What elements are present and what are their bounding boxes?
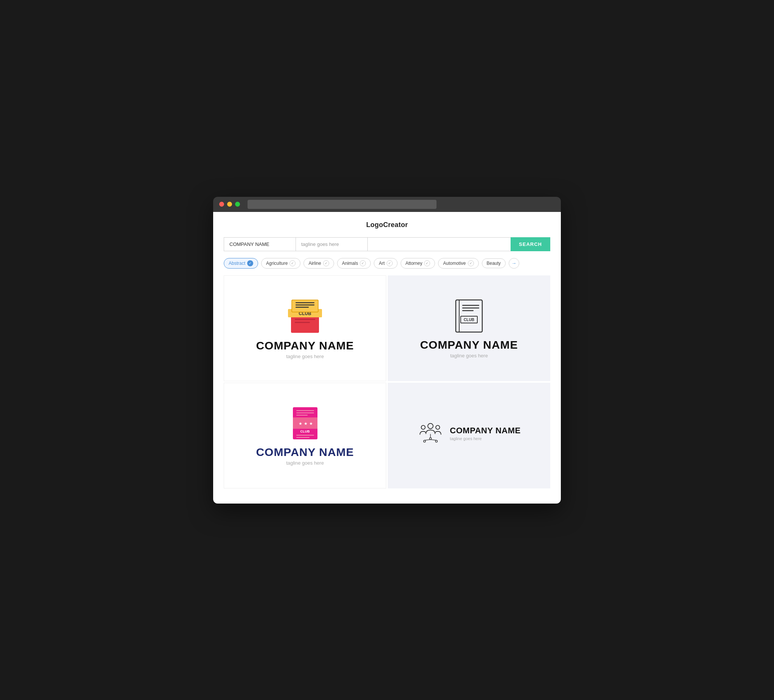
agriculture-check-icon: ✓: [289, 260, 296, 266]
browser-titlebar: [213, 197, 561, 212]
logo1-tagline: tagline goes here: [286, 353, 324, 359]
svg-line-35: [425, 439, 431, 440]
svg-text:CLUB: CLUB: [464, 318, 474, 322]
animals-check-icon: ✓: [360, 260, 366, 266]
svg-rect-27: [296, 437, 309, 438]
company-name-input[interactable]: [224, 237, 296, 251]
logo4-company-name: COMPANY NAME: [450, 426, 520, 436]
svg-rect-7: [296, 302, 314, 303]
logo-card-2[interactable]: CLUB COMPANY NAME tagline goes here: [388, 276, 550, 381]
logo3-company-name: COMPANY NAME: [256, 446, 354, 459]
logo2-company-name: COMPANY NAME: [420, 338, 518, 351]
category-art[interactable]: Art ✓: [374, 258, 397, 269]
search-button[interactable]: SEARCH: [511, 237, 550, 251]
category-beauty-label: Beauty: [487, 261, 501, 266]
address-bar: [248, 200, 437, 209]
svg-line-36: [430, 439, 437, 440]
svg-rect-2: [295, 319, 315, 320]
logo-card-4[interactable]: COMPANY NAME tagline goes here: [388, 383, 550, 489]
category-abstract-label: Abstract: [229, 261, 245, 266]
logo4-text-area: COMPANY NAME tagline goes here: [450, 426, 520, 441]
svg-rect-23: [296, 410, 314, 411]
categories-next-arrow[interactable]: →: [509, 258, 519, 269]
category-airline-label: Airline: [308, 261, 321, 266]
category-beauty[interactable]: Beauty: [482, 258, 506, 268]
airline-check-icon: ✓: [323, 260, 329, 266]
category-airline[interactable]: Airline ✓: [303, 258, 334, 269]
category-abstract[interactable]: Abstract ✓: [224, 258, 258, 269]
categories-bar: Abstract ✓ Agriculture ✓ Airline ✓ Anima…: [224, 258, 550, 269]
automotive-check-icon: ✓: [468, 260, 474, 266]
browser-window: LogoCreator SEARCH Abstract ✓ Agricultur…: [213, 197, 561, 504]
tagline-input[interactable]: [296, 237, 367, 251]
svg-rect-12: [462, 305, 479, 306]
svg-point-32: [423, 440, 425, 442]
category-attorney-label: Attorney: [405, 261, 423, 266]
logo-card-3[interactable]: ★ ★ ★ CLUB COMPANY NAME: [224, 383, 386, 489]
svg-rect-26: [296, 435, 314, 436]
svg-rect-6: [292, 300, 318, 312]
category-agriculture[interactable]: Agriculture ✓: [261, 258, 301, 269]
category-agriculture-label: Agriculture: [266, 261, 288, 266]
logo-icon-outline-book: CLUB: [454, 298, 484, 334]
svg-rect-14: [462, 310, 473, 311]
svg-point-33: [435, 440, 437, 442]
browser-content: LogoCreator SEARCH Abstract ✓ Agricultur…: [213, 212, 561, 504]
abstract-check-icon: ✓: [247, 260, 253, 266]
svg-rect-3: [295, 322, 310, 323]
svg-rect-13: [462, 307, 479, 309]
maximize-button[interactable]: [235, 202, 240, 206]
minimize-button[interactable]: [227, 202, 232, 206]
svg-text:★: ★: [304, 421, 308, 426]
svg-text:★: ★: [309, 421, 313, 426]
svg-point-29: [422, 425, 425, 429]
svg-rect-25: [296, 415, 308, 416]
logo-grid: CLUB COMPANY NAME tagline goes here: [224, 276, 550, 489]
close-button[interactable]: [219, 202, 224, 206]
logo4-tagline: tagline goes here: [450, 436, 520, 441]
svg-rect-8: [296, 304, 314, 305]
attorney-check-icon: ✓: [424, 260, 430, 266]
logo2-tagline: tagline goes here: [450, 353, 488, 358]
svg-rect-24: [296, 413, 314, 413]
search-bar: SEARCH: [224, 237, 550, 251]
svg-point-30: [436, 425, 440, 429]
logo3-tagline: tagline goes here: [286, 460, 324, 466]
svg-point-31: [430, 438, 432, 439]
logo-icon-people-group: COMPANY NAME tagline goes here: [417, 420, 520, 447]
logo-icon-colorful-book: CLUB: [288, 297, 322, 335]
category-animals[interactable]: Animals ✓: [337, 258, 371, 269]
category-automotive[interactable]: Automotive ✓: [438, 258, 478, 269]
art-check-icon: ✓: [387, 260, 393, 266]
svg-text:★: ★: [299, 421, 303, 426]
logo-card-1[interactable]: CLUB COMPANY NAME tagline goes here: [224, 276, 386, 381]
svg-rect-9: [296, 307, 309, 308]
category-animals-label: Animals: [342, 261, 358, 266]
svg-point-28: [428, 423, 433, 428]
svg-text:CLUB: CLUB: [300, 429, 309, 433]
category-automotive-label: Automotive: [443, 261, 466, 266]
logo1-company-name: COMPANY NAME: [256, 339, 354, 352]
category-art-label: Art: [379, 261, 384, 266]
app-title: LogoCreator: [224, 221, 550, 229]
category-attorney[interactable]: Attorney ✓: [400, 258, 435, 269]
logo-icon-pink-book: ★ ★ ★ CLUB: [291, 405, 319, 441]
keyword-input[interactable]: [367, 237, 511, 251]
